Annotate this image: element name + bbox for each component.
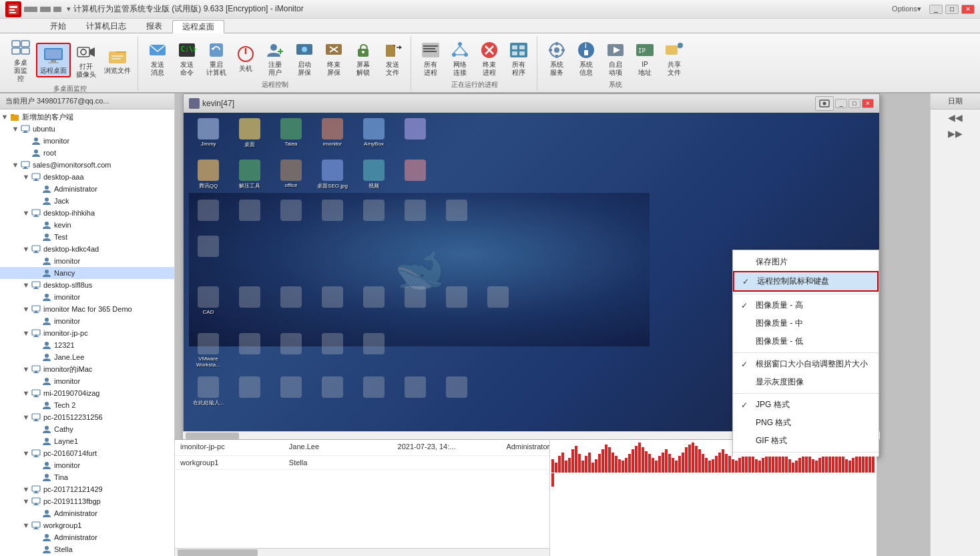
desktop-icon-row2b[interactable]: 解压工具 — [230, 160, 269, 193]
menu-item-保存图片[interactable]: 保存图片 — [733, 253, 879, 271]
tab-remote-desktop[interactable]: 远程桌面 — [172, 20, 224, 33]
btn-browse-files[interactable]: 浏览文件 — [101, 44, 134, 76]
icon-placeholder[interactable] — [230, 286, 269, 320]
tree-item-imonitor的iMac[interactable]: ▼imonitor的iMac — [0, 363, 174, 375]
tree-item-Nancy[interactable]: Nancy — [0, 267, 174, 279]
desktop-icon-row2f[interactable] — [396, 160, 435, 193]
tree-item-Jane.Lee[interactable]: Jane.Lee — [0, 351, 174, 363]
icon-placeholder[interactable] — [230, 200, 269, 233]
tree-item-pc-201512231256[interactable]: ▼pc-201512231256 — [0, 411, 174, 423]
maximize-button[interactable]: □ — [945, 5, 959, 14]
tree-item-imonitor-jp-pc[interactable]: ▼imonitor-jp-pc — [0, 327, 174, 339]
menu-item-JPG-格式[interactable]: ✓JPG 格式 — [733, 396, 879, 414]
tree-item-Test[interactable]: Test — [0, 231, 174, 243]
menu-item-高速(-CUP-占用高)[interactable]: 高速( CUP 占用高) — [733, 455, 879, 457]
icon-placeholder[interactable]: CAD — [189, 286, 228, 320]
icon-placeholder[interactable] — [354, 376, 393, 410]
tab-start[interactable]: 开始 — [40, 19, 76, 33]
desktop-icon[interactable]: Jimmy — [189, 118, 228, 152]
scroll-thumb[interactable] — [186, 433, 239, 439]
icon-placeholder[interactable] — [437, 376, 476, 410]
icon-placeholder[interactable] — [230, 376, 269, 410]
tree-item-Cathy[interactable]: Cathy — [0, 423, 174, 435]
tree-item-imonitor[interactable]: imonitor — [0, 459, 174, 471]
icon-placeholder[interactable] — [313, 376, 352, 410]
tree-item-12321[interactable]: 12321 — [0, 339, 174, 351]
prev-date-button[interactable]: ◀◀ — [931, 109, 980, 125]
icon-placeholder[interactable]: 在此处输入... — [189, 376, 228, 410]
tree-item-Layne1[interactable]: Layne1 — [0, 435, 174, 447]
btn-shutdown[interactable]: 关机 — [232, 42, 260, 74]
tree-item-sales@imonitorsoft.com[interactable]: ▼sales@imonitorsoft.com — [0, 159, 174, 171]
btn-remote-desktop[interactable]: 远程桌面 — [36, 43, 71, 77]
tree-item-desktop-ihhkiha[interactable]: ▼desktop-ihhkiha — [0, 207, 174, 219]
icon-placeholder[interactable] — [189, 236, 228, 269]
icon-placeholder[interactable] — [437, 200, 476, 233]
tree-item-Tina[interactable]: Tina — [0, 471, 174, 483]
icon-placeholder[interactable] — [396, 200, 435, 233]
btn-screen-unlock[interactable]: 屏幕解锁 — [349, 38, 377, 78]
desktop-icon[interactable]: AmyBox — [354, 118, 393, 152]
menu-item-图像质量---低[interactable]: 图像质量 - 低 — [733, 332, 879, 350]
icon-placeholder[interactable] — [313, 333, 352, 366]
icon-placeholder[interactable] — [272, 333, 310, 366]
btn-send-file[interactable]: 发送文件 — [379, 38, 407, 78]
tree-item-Jack[interactable]: Jack — [0, 195, 174, 207]
desktop-icon[interactable]: Talea — [272, 118, 310, 152]
remote-close-button[interactable]: ✕ — [862, 99, 874, 108]
icon-placeholder[interactable] — [313, 200, 352, 233]
menu-item-显示灰度图像[interactable]: 显示灰度图像 — [733, 373, 879, 391]
tree-item-desktop-aaa[interactable]: ▼desktop-aaa — [0, 171, 174, 183]
icon-placeholder[interactable] — [313, 286, 352, 320]
tree-item-Administrator[interactable]: Administrator — [0, 507, 174, 519]
icon-placeholder[interactable] — [396, 286, 435, 320]
desktop-icon-row2e[interactable]: 视频 — [354, 160, 393, 193]
btn-register-user[interactable]: 注册用户 — [261, 38, 289, 78]
tree-item-ubuntu[interactable]: ▼ubuntu — [0, 123, 174, 135]
icon-placeholder[interactable] — [272, 200, 310, 233]
btn-kill-process[interactable]: 终束进程 — [475, 38, 503, 78]
tree-item-新增加的客户端[interactable]: ▼新增加的客户端 — [0, 111, 174, 123]
btn-services[interactable]: 系统服务 — [543, 38, 571, 78]
menu-item-远程控制鼠标和键盘[interactable]: ✓远程控制鼠标和键盘 — [733, 271, 879, 292]
btn-restart[interactable]: 重启计算机 — [202, 38, 230, 78]
bottom-scroll-thumb[interactable] — [178, 549, 258, 556]
icon-placeholder[interactable] — [272, 286, 310, 320]
tree-item-pc-20160714furt[interactable]: ▼pc-20160714furt — [0, 447, 174, 459]
menu-item-PNG-格式[interactable]: PNG 格式 — [733, 414, 879, 432]
desktop-icon[interactable]: imonitor — [313, 118, 352, 152]
btn-send-cmd[interactable]: C:\> 发送命令 — [173, 38, 201, 78]
tree-item-pc-20191113fbgp[interactable]: ▼pc-20191113fbgp — [0, 495, 174, 507]
tree-item-imonitor[interactable]: imonitor — [0, 375, 174, 387]
btn-all-apps[interactable]: 所有程序 — [505, 38, 533, 78]
btn-end-screensaver[interactable]: 终束屏保 — [320, 38, 348, 78]
tree-item-imonitor[interactable]: imonitor — [0, 135, 174, 147]
tree-item-mi-20190704izag[interactable]: ▼mi-20190704izag — [0, 387, 174, 399]
minimize-button[interactable]: _ — [929, 5, 943, 14]
icon-placeholder[interactable] — [479, 286, 517, 320]
tree-item-workgroup1[interactable]: ▼workgroup1 — [0, 519, 174, 531]
tree-item-pc-201712121429[interactable]: ▼pc-201712121429 — [0, 483, 174, 495]
desktop-icon-row2[interactable]: 腾讯QQ — [189, 160, 228, 193]
menu-item-GIF-格式[interactable]: GIF 格式 — [733, 432, 879, 450]
tree-item-imonitor-Mac-for-365-Demo[interactable]: ▼imonitor Mac for 365 Demo — [0, 303, 174, 315]
btn-camera[interactable]: 打开摄像头 — [72, 40, 100, 80]
tree-item-imonitor[interactable]: imonitor — [0, 315, 174, 327]
tab-reports[interactable]: 报表 — [136, 19, 172, 33]
tree-item-Administrator[interactable]: Administrator — [0, 531, 174, 543]
tree-item-Tech-2[interactable]: Tech 2 — [0, 399, 174, 411]
screenshot-button[interactable] — [815, 96, 834, 111]
btn-ip[interactable]: IP IP地址 — [631, 38, 659, 78]
remote-minimize-button[interactable]: _ — [835, 99, 847, 108]
tree-item-desktop-slfl8us[interactable]: ▼desktop-slfl8us — [0, 279, 174, 291]
desktop-icon-row2c[interactable]: office — [272, 160, 310, 193]
tree-item-root[interactable]: root — [0, 147, 174, 159]
icon-placeholder[interactable] — [354, 333, 393, 366]
btn-send-msg[interactable]: 发送消息 — [144, 38, 172, 78]
icon-placeholder[interactable] — [230, 333, 269, 366]
btn-all-processes[interactable]: 所有进程 — [417, 38, 445, 78]
tree-item-kevin[interactable]: kevin — [0, 219, 174, 231]
desktop-icon[interactable]: 桌面 — [230, 118, 269, 152]
menu-item-图像质量---中[interactable]: 图像质量 - 中 — [733, 314, 879, 332]
btn-system-info[interactable]: i 系统信息 — [572, 38, 600, 78]
